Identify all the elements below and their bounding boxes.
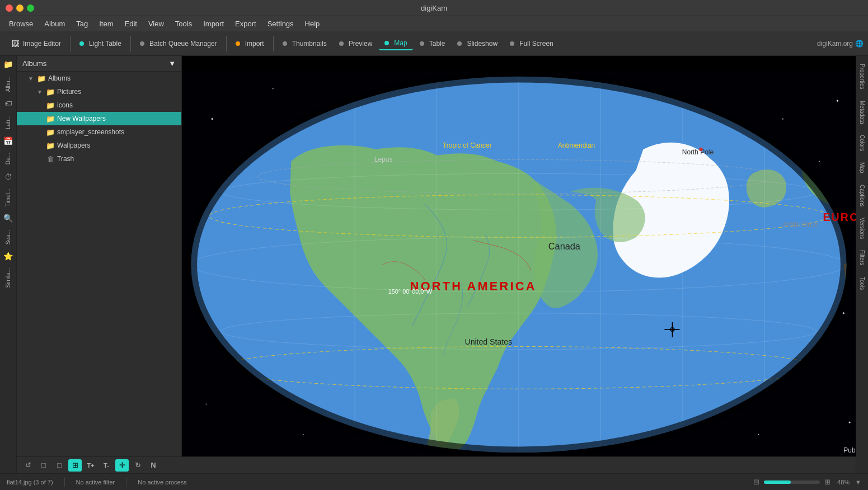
right-tab-captions[interactable]: Captions bbox=[857, 179, 867, 212]
left-tab-search[interactable]: Sea... bbox=[3, 225, 13, 249]
panel-icon-3: 📅 bbox=[2, 135, 15, 147]
preview-btn[interactable]: Preview bbox=[334, 37, 378, 50]
right-tab-map[interactable]: Map bbox=[857, 157, 867, 178]
menu-tools[interactable]: Tools bbox=[171, 18, 196, 30]
map-btn[interactable]: Map bbox=[379, 37, 412, 50]
menu-browse[interactable]: Browse bbox=[4, 18, 37, 30]
image-editor-btn[interactable]: 🖼 Image Editor bbox=[4, 36, 67, 51]
menu-export[interactable]: Export bbox=[231, 18, 261, 30]
tree-item-wallpapers[interactable]: 📁 Wallpapers bbox=[17, 139, 181, 152]
trash-icon: 🗑 bbox=[46, 154, 55, 163]
reset-view-btn[interactable]: ↺ bbox=[21, 459, 35, 472]
svg-text:Lepus: Lepus bbox=[374, 156, 393, 163]
menu-help[interactable]: Help bbox=[301, 18, 325, 30]
menu-view[interactable]: View bbox=[144, 18, 168, 30]
svg-point-38 bbox=[699, 148, 703, 152]
process-status: No active process bbox=[138, 479, 186, 486]
menubar: Browse Album Tag Item Edit View Tools Im… bbox=[0, 16, 868, 31]
menu-tag[interactable]: Tag bbox=[72, 18, 92, 30]
map-area[interactable]: NORTH AMERICA EUROPE AFRICA Canada Unite… bbox=[182, 56, 856, 473]
text-larger-btn[interactable]: T+ bbox=[84, 459, 97, 472]
table-btn[interactable]: Table bbox=[414, 37, 451, 50]
sidebar-dropdown[interactable]: ▼ bbox=[168, 59, 176, 68]
maximize-button[interactable] bbox=[27, 4, 34, 12]
north-btn[interactable]: N bbox=[147, 459, 160, 472]
svg-point-5 bbox=[837, 100, 838, 102]
svg-text:North Pole: North Pole bbox=[682, 148, 714, 156]
svg-point-9 bbox=[843, 312, 844, 314]
svg-text:Tropic of Cancer: Tropic of Cancer bbox=[443, 142, 492, 149]
zoom-out-icon[interactable]: ⊟ bbox=[753, 478, 759, 486]
folder-icon-wallpapers: 📁 bbox=[46, 141, 55, 150]
right-tab-filters[interactable]: Filters bbox=[857, 244, 867, 271]
panel-icon-6: ⭐ bbox=[2, 250, 15, 262]
svg-text:Canada: Canada bbox=[548, 241, 581, 251]
panel-icon-4: ⏱ bbox=[2, 171, 15, 183]
menu-settings[interactable]: Settings bbox=[263, 18, 298, 30]
right-tab-tools[interactable]: Tools bbox=[857, 271, 867, 295]
text-smaller-btn[interactable]: T- bbox=[100, 459, 113, 472]
zoom-dropdown[interactable]: ▼ bbox=[855, 479, 861, 486]
window-controls bbox=[6, 4, 34, 12]
refresh-map-btn[interactable]: ↻ bbox=[131, 459, 144, 472]
tree-item-smplayer[interactable]: 📁 smplayer_screenshots bbox=[17, 125, 181, 139]
svg-point-2 bbox=[212, 118, 213, 120]
website-link[interactable]: digiKam.org 🌐 bbox=[817, 40, 864, 48]
tree-item-pictures[interactable]: ▼ 📁 Pictures bbox=[17, 85, 181, 98]
minimize-button[interactable] bbox=[16, 4, 24, 12]
right-tab-colors[interactable]: Colors bbox=[857, 129, 867, 157]
menu-album[interactable]: Album bbox=[40, 18, 69, 30]
zoom-slider-container bbox=[764, 480, 820, 484]
left-tab-date[interactable]: Da... bbox=[3, 148, 13, 169]
tree-item-icons[interactable]: 📁 icons bbox=[17, 98, 181, 112]
light-table-btn[interactable]: Light Table bbox=[74, 37, 127, 50]
batch-queue-btn[interactable]: Batch Queue Manager bbox=[134, 37, 223, 50]
menu-item[interactable]: Item bbox=[95, 18, 118, 30]
thumb-dot bbox=[283, 41, 287, 46]
table-dot bbox=[420, 41, 424, 46]
svg-point-6 bbox=[819, 161, 820, 162]
view-mode-btn[interactable]: □ bbox=[53, 459, 66, 472]
folder-icon-new-wallpapers: 📁 bbox=[46, 114, 55, 123]
thumbnails-btn[interactable]: Thumbnails bbox=[277, 37, 332, 50]
process-section: No active process bbox=[138, 479, 186, 486]
right-tab-properties[interactable]: Properties bbox=[857, 58, 867, 95]
slideshow-dot bbox=[457, 41, 462, 46]
svg-point-11 bbox=[303, 434, 304, 435]
app-title: digiKam bbox=[421, 4, 447, 12]
panel-icon-5: 🔍 bbox=[2, 212, 15, 224]
zoom-in-icon[interactable]: ⊞ bbox=[824, 478, 831, 486]
file-info: flat14.jpg (3 of 7) bbox=[7, 479, 53, 486]
batch-dot bbox=[140, 41, 144, 46]
fullscreen-btn[interactable]: Full Screen bbox=[504, 37, 559, 50]
crosshair-mode-btn[interactable]: ✛ bbox=[115, 459, 129, 472]
zoom-percent: 48% bbox=[837, 479, 850, 486]
right-tab-metadata[interactable]: Metadata bbox=[857, 95, 867, 130]
right-tab-versions[interactable]: Versions bbox=[857, 212, 867, 244]
svg-point-3 bbox=[273, 88, 274, 89]
close-button[interactable] bbox=[6, 4, 13, 12]
left-tab-timeline[interactable]: Timel... bbox=[3, 184, 13, 211]
left-tab-similar[interactable]: Simila... bbox=[3, 263, 13, 293]
tree-item-new-wallpapers[interactable]: 📁 New Wallpapers bbox=[17, 112, 181, 125]
menu-edit[interactable]: Edit bbox=[120, 18, 141, 30]
toolbar: 🖼 Image Editor Light Table Batch Queue M… bbox=[0, 31, 868, 56]
zoom-bar-bg bbox=[764, 480, 820, 484]
svg-text:Arctic Circle: Arctic Circle bbox=[783, 221, 819, 229]
svg-text:150° 00' 00,0°W: 150° 00' 00,0°W bbox=[388, 288, 433, 295]
left-tab-albums[interactable]: Albu... bbox=[3, 72, 13, 96]
map-svg: NORTH AMERICA EUROPE AFRICA Canada Unite… bbox=[182, 56, 856, 473]
slideshow-btn[interactable]: Slideshow bbox=[452, 37, 503, 50]
import-btn[interactable]: Import bbox=[230, 37, 270, 50]
bottom-toolbar: ↺ □ □ ⊞ T+ T- ✛ ↻ N bbox=[17, 456, 856, 473]
menu-import[interactable]: Import bbox=[199, 18, 228, 30]
svg-text:United States: United States bbox=[465, 337, 512, 346]
svg-point-12 bbox=[758, 434, 759, 435]
left-tab-labels[interactable]: Lab... bbox=[3, 111, 13, 134]
panel-icon-1: 📁 bbox=[2, 58, 15, 70]
tree-item-albums[interactable]: ▼ 📁 Albums bbox=[17, 72, 181, 85]
grid-view-btn[interactable]: ⊞ bbox=[68, 459, 82, 472]
expand-arrow: ▼ bbox=[28, 76, 34, 82]
bookmark-btn[interactable]: □ bbox=[37, 459, 50, 472]
tree-item-trash[interactable]: 🗑 Trash bbox=[17, 152, 181, 166]
